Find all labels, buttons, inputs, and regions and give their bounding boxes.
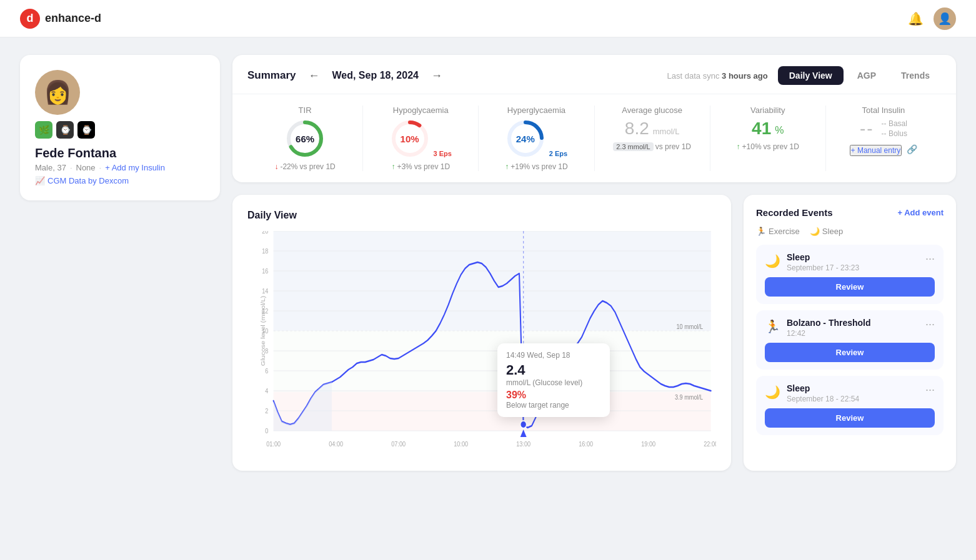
add-insulin-button[interactable]: + Add my Insulin — [105, 163, 165, 172]
event-sleep-icon-1: 🌙 — [765, 253, 780, 268]
manual-entry-button[interactable]: + Manual entry — [850, 145, 902, 156]
tooltip-value: 2.4 — [506, 362, 601, 378]
svg-text:2: 2 — [265, 407, 268, 415]
variability-unit: % — [775, 125, 784, 136]
summary-nav: Summary ← Wed, Sep 18, 2024 → — [247, 68, 446, 84]
view-tabs: Daily View AGP Trends — [778, 66, 941, 85]
hyper-value: 24% — [516, 134, 535, 144]
filter-sleep[interactable]: 🌙 Sleep — [810, 227, 843, 236]
svg-text:10:00: 10:00 — [454, 440, 468, 448]
svg-text:16:00: 16:00 — [579, 440, 593, 448]
review-button-3[interactable]: Review — [765, 408, 935, 428]
variability-value: 41 — [752, 119, 771, 139]
svg-text:3.9 mmol/L: 3.9 mmol/L — [675, 393, 704, 401]
hypo-vs: ↑ +3% vs prev 1D — [391, 162, 450, 171]
link-icon[interactable]: 🔗 — [907, 144, 917, 154]
event-time-3: September 18 - 22:54 — [787, 395, 859, 403]
app-name: enhance-d — [45, 12, 101, 25]
svg-text:6: 6 — [265, 367, 268, 375]
event-more-3[interactable]: ··· — [925, 383, 935, 396]
filter-exercise[interactable]: 🏃 Exercise — [756, 227, 800, 236]
tir-vs: ↓ -22% vs prev 1D — [274, 162, 335, 171]
metric-avg-glucose: Average glucose 8.2 mmol/L 2.3 mmol/L vs… — [595, 106, 710, 171]
cgm-link[interactable]: 📈 CGM Data by Dexcom — [35, 176, 205, 185]
events-title: Recorded Events — [756, 207, 833, 218]
metric-tir: TIR 66% ↓ -22% vs prev 1D — [247, 106, 363, 171]
tab-daily-view[interactable]: Daily View — [778, 66, 844, 85]
summary-title: Summary — [247, 69, 296, 82]
total-insulin-value: -- — [860, 119, 874, 139]
total-insulin-label: Total Insulin — [862, 106, 905, 115]
hyper-label: Hyperglycaemia — [507, 106, 565, 115]
svg-point-44 — [520, 421, 527, 428]
events-card: Recorded Events + Add event 🏃 Exercise 🌙… — [744, 195, 956, 471]
sleep-icon: 🌙 — [810, 227, 820, 236]
profile-icons: 🌿 ⌚ ⌚ — [35, 121, 205, 139]
chart-title: Daily View — [247, 210, 716, 221]
next-day-button[interactable]: → — [427, 68, 446, 84]
event-time-2: 12:42 — [787, 329, 871, 338]
avg-glucose-unit: mmol/L — [653, 127, 680, 136]
avg-glucose-vs: 2.3 mmol/L vs prev 1D — [613, 142, 691, 151]
chart-area: 20 18 16 14 12 10 8 6 4 2 0 Glucose leve… — [247, 231, 716, 456]
event-name-1: Sleep — [787, 252, 859, 262]
metrics-row: TIR 66% ↓ -22% vs prev 1D — [232, 94, 956, 182]
app-icon-watch2: ⌚ — [77, 121, 95, 139]
event-name-3: Sleep — [787, 383, 859, 393]
logo-icon: d — [20, 9, 40, 29]
event-item: 🌙 Sleep September 18 - 22:54 ··· Review — [756, 376, 944, 435]
event-time-1: September 17 - 23:23 — [787, 263, 859, 272]
glucose-chart: 20 18 16 14 12 10 8 6 4 2 0 Glucose leve… — [247, 231, 716, 456]
event-more-2[interactable]: ··· — [925, 318, 935, 331]
event-name-2: Bolzano - Threshold — [787, 318, 871, 328]
metric-variability: Variability 41 % ↑ +10% vs prev 1D — [710, 106, 826, 171]
summary-header-right: Last data sync 3 hours ago Daily View AG… — [667, 66, 941, 85]
metric-hypo: Hypoglycaemia 10% 3 Eps ↑ + — [363, 106, 479, 171]
event-more-1[interactable]: ··· — [925, 252, 935, 265]
svg-text:22:00: 22:00 — [704, 440, 716, 448]
app-icon-health: 🌿 — [35, 121, 52, 139]
left-panel: 👩 🌿 ⌚ ⌚ Fede Fontana Male, 37 · None · +… — [20, 55, 220, 200]
svg-text:14: 14 — [262, 287, 269, 295]
profile-meta: Male, 37 · None · + Add my Insulin — [35, 163, 205, 172]
basal-label: -- Basal — [882, 119, 907, 128]
svg-text:07:00: 07:00 — [391, 440, 406, 448]
svg-text:18: 18 — [262, 247, 269, 255]
bell-icon[interactable]: 🔔 — [908, 11, 924, 26]
events-filter: 🏃 Exercise 🌙 Sleep — [756, 227, 944, 236]
svg-rect-7 — [274, 331, 711, 392]
events-header: Recorded Events + Add event — [756, 207, 944, 218]
svg-text:01:00: 01:00 — [266, 440, 281, 448]
tir-value: 66% — [296, 134, 314, 144]
review-button-1[interactable]: Review — [765, 277, 935, 297]
event-exercise-icon: 🏃 — [765, 319, 780, 334]
add-event-button[interactable]: + Add event — [897, 208, 944, 217]
hypo-ring: 10% — [390, 119, 430, 159]
bottom-row: Daily View — [232, 195, 956, 471]
hyper-eps: 2 Eps — [549, 150, 567, 157]
tooltip-time: 14:49 Wed, Sep 18 — [506, 351, 601, 360]
svg-text:10 mmol/L: 10 mmol/L — [676, 323, 703, 330]
topnav: d enhance-d 🔔 👤 — [0, 0, 976, 37]
last-sync: Last data sync 3 hours ago — [667, 71, 768, 81]
tab-agp[interactable]: AGP — [846, 66, 887, 85]
svg-text:Glucose level (mmol/L): Glucose level (mmol/L) — [260, 296, 266, 366]
app-icon-watch1: ⌚ — [56, 121, 74, 139]
tooltip-below: Below target range — [506, 401, 601, 410]
svg-rect-8 — [274, 392, 711, 431]
review-button-2[interactable]: Review — [765, 343, 935, 362]
summary-header: Summary ← Wed, Sep 18, 2024 → Last data … — [232, 55, 956, 94]
avatar[interactable]: 👤 — [934, 7, 956, 30]
profile-avatar: 👩 — [35, 70, 80, 115]
prev-day-button[interactable]: ← — [304, 68, 323, 84]
svg-rect-6 — [274, 231, 711, 331]
exercise-icon: 🏃 — [756, 227, 766, 236]
tab-trends[interactable]: Trends — [890, 66, 941, 85]
main-layout: 👩 🌿 ⌚ ⌚ Fede Fontana Male, 37 · None · +… — [0, 37, 976, 488]
event-item: 🌙 Sleep September 17 - 23:23 ··· Review — [756, 245, 944, 304]
logo: d enhance-d — [20, 9, 101, 29]
event-sleep-icon-2: 🌙 — [765, 385, 780, 400]
event-item: 🏃 Bolzano - Threshold 12:42 ··· Review — [756, 310, 944, 370]
svg-text:20: 20 — [262, 231, 269, 235]
tooltip-box: 14:49 Wed, Sep 18 2.4 mmol/L (Glucose le… — [497, 343, 610, 417]
